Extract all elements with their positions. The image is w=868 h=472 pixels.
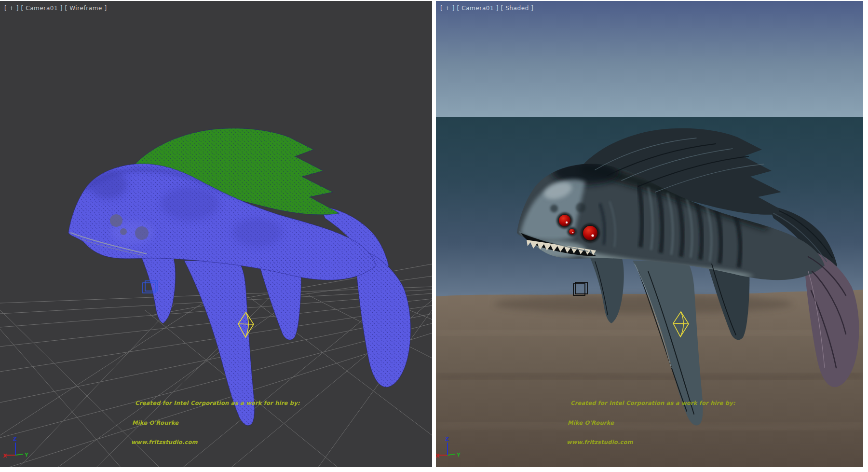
fish-eye-spot <box>135 226 149 240</box>
viewport-label-wireframe[interactable]: [ + ] [ Camera01 ] [ Wireframe ] <box>4 5 107 12</box>
viewport-label-shaded[interactable]: [ + ] [ Camera01 ] [ Shaded ] <box>440 5 534 12</box>
axis-z-label: Z <box>13 436 17 442</box>
fish-eye <box>569 229 575 235</box>
viewport-shaded[interactable]: X Y Z [ + ] [ Camera01 ] [ Shaded ] Crea… <box>436 1 863 467</box>
fish-eye <box>559 215 570 226</box>
max-viewport-area: X Y Z [ + ] [ Camera01 ] [ Wireframe ] C… <box>0 0 868 472</box>
viewport-wireframe[interactable]: X Y Z [ + ] [ Camera01 ] [ Wireframe ] C… <box>0 1 432 467</box>
sky <box>436 1 863 117</box>
axis-y-label: Y <box>24 452 29 458</box>
fish-eye-spot <box>120 228 127 235</box>
fish-eye-spot <box>110 214 122 227</box>
axis-x-label: X <box>3 453 7 459</box>
shaded-scene-canvas[interactable]: X Y Z <box>436 1 863 467</box>
wireframe-scene-canvas[interactable]: X Y Z <box>0 1 432 467</box>
axis-x-label: X <box>436 453 440 459</box>
axis-z-label: Z <box>445 436 449 442</box>
fish-eye <box>583 226 597 240</box>
axis-y-label: Y <box>456 452 461 458</box>
